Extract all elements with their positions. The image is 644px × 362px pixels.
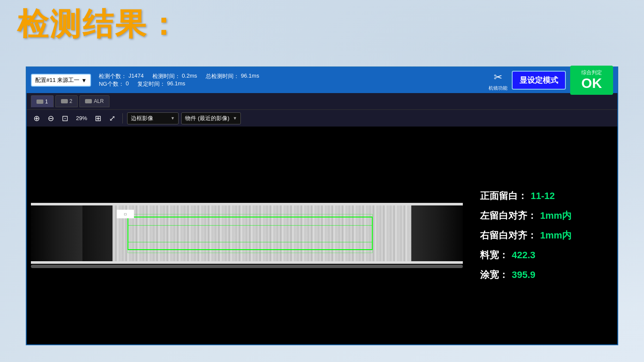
view-mode-label: 边框影像 bbox=[131, 115, 153, 122]
station-dropdown-arrow[interactable]: ▼ bbox=[81, 77, 87, 84]
stat-right-align-label: 右留白对齐： bbox=[480, 229, 537, 242]
stop-button[interactable]: ✂ 机镜功能 bbox=[489, 69, 507, 91]
ok-status-button[interactable]: 综合判定 OK bbox=[570, 66, 613, 95]
settings-button[interactable]: 显设定模式 bbox=[512, 71, 566, 90]
stat-ng-value: 0 bbox=[126, 80, 129, 88]
stat-left-align-label: 左留白对齐： bbox=[480, 209, 537, 222]
scan-container: □ bbox=[31, 203, 463, 264]
object-mode-label: 物件 (最近的影像) bbox=[185, 115, 229, 122]
stat-count-value: J1474 bbox=[128, 72, 143, 80]
stat-recheck-label: 复定时间： bbox=[137, 80, 165, 88]
toolbar: ⊕ ⊖ ⊡ 29% ⊞ ⤢ 边框影像 ▼ 物件 (最近的影像) ▼ bbox=[27, 109, 617, 127]
zoom-in-button[interactable]: ⊕ bbox=[31, 113, 43, 124]
tab-alr-icon bbox=[85, 99, 92, 103]
stat-coat-width-value: 395.9 bbox=[512, 269, 535, 281]
scrollbar-thumb[interactable] bbox=[31, 265, 463, 268]
stat-coat-width-label: 涂宽： bbox=[480, 268, 508, 281]
tab-1-icon bbox=[36, 100, 43, 104]
stat-time-label: 检测时间： bbox=[152, 72, 180, 80]
zoom-value: 29% bbox=[73, 115, 90, 121]
position-indicator: □ bbox=[117, 210, 134, 218]
stat-count-label: 检测个数： bbox=[99, 72, 127, 80]
toolbar-separator bbox=[122, 113, 123, 124]
stat-recheck-value: 96.1ms bbox=[167, 80, 185, 88]
ok-label: OK bbox=[581, 75, 602, 91]
header-right: ✂ 机镜功能 显设定模式 综合判定 OK bbox=[489, 66, 613, 95]
position-value: □ bbox=[125, 212, 127, 216]
scan-image: □ bbox=[31, 205, 463, 261]
view-mode-arrow: ▼ bbox=[170, 116, 175, 121]
green-rect-inner bbox=[128, 214, 373, 253]
stat-total-time-label: 总检测时间： bbox=[206, 72, 239, 80]
fit-button[interactable]: ⊡ bbox=[59, 113, 71, 124]
scan-dark-left2 bbox=[82, 205, 112, 261]
stat-front-margin: 正面留白： 11-12 bbox=[480, 190, 609, 202]
station-selector[interactable]: 配置#11 来源工一 ▼ bbox=[31, 74, 91, 87]
zoom-out-icon: ⊖ bbox=[48, 114, 54, 123]
grid-button[interactable]: ⊞ bbox=[92, 113, 104, 124]
scissors-icon: ✂ bbox=[490, 69, 506, 85]
title-area: 检测结果： bbox=[17, 9, 180, 39]
tab-bar: 1 2 ALR bbox=[27, 93, 617, 109]
stat-front-margin-label: 正面留白： bbox=[480, 190, 527, 202]
header-bar: 配置#11 来源工一 ▼ 检测个数： J1474 检测时间： 0.2ms 总检测… bbox=[27, 67, 617, 93]
stat-coat-width: 涂宽： 395.9 bbox=[480, 268, 609, 281]
object-mode-dropdown[interactable]: 物件 (最近的影像) ▼ bbox=[181, 112, 241, 124]
stat-time: 检测时间： 0.2ms bbox=[152, 72, 197, 80]
stat-left-align-value: 1mm内 bbox=[540, 209, 571, 222]
stat-right-align: 右留白对齐： 1mm内 bbox=[480, 229, 609, 242]
green-hline-bottom bbox=[128, 242, 373, 242]
main-title: 检测结果： bbox=[17, 9, 180, 39]
tab-alr-label: ALR bbox=[94, 98, 103, 104]
stat-total-time: 总检测时间： 96.1ms bbox=[206, 72, 259, 80]
tab-2-icon bbox=[61, 99, 68, 103]
tab-2-label: 2 bbox=[70, 98, 73, 104]
horizontal-scrollbar[interactable] bbox=[31, 265, 463, 268]
stat-total-time-value: 96.1ms bbox=[241, 72, 259, 80]
stat-left-align: 左留白对齐： 1mm内 bbox=[480, 209, 609, 222]
expand-icon: ⤢ bbox=[109, 114, 115, 123]
tab-1[interactable]: 1 bbox=[31, 95, 54, 107]
content-area: □ 正面留白： 11-12 左留白对齐： 1mm内 bbox=[27, 127, 617, 344]
view-mode-dropdown[interactable]: 边框影像 ▼ bbox=[127, 112, 179, 124]
stat-ng: NG个数： 0 bbox=[99, 80, 129, 88]
stat-material-width-value: 422.3 bbox=[512, 250, 535, 261]
zoom-out-button[interactable]: ⊖ bbox=[45, 113, 57, 124]
scan-bottom-bar bbox=[31, 261, 463, 264]
scan-light-area: □ bbox=[112, 205, 411, 261]
stat-ng-label: NG个数： bbox=[99, 80, 124, 88]
tab-1-label: 1 bbox=[45, 99, 48, 105]
scan-dark-right bbox=[411, 205, 463, 261]
fit-icon: ⊡ bbox=[62, 114, 68, 123]
stat-time-value: 0.2ms bbox=[182, 72, 197, 80]
expand-button[interactable]: ⤢ bbox=[106, 113, 118, 124]
header-stats: 检测个数： J1474 检测时间： 0.2ms 总检测时间： 96.1ms NG… bbox=[99, 72, 485, 88]
green-hline-top bbox=[128, 225, 373, 226]
grid-icon: ⊞ bbox=[95, 114, 101, 123]
stat-recheck-time: 复定时间： 96.1ms bbox=[137, 80, 185, 88]
stat-count: 检测个数： J1474 bbox=[99, 72, 143, 80]
header-stats-row1: 检测个数： J1474 检测时间： 0.2ms 总检测时间： 96.1ms bbox=[99, 72, 485, 80]
image-panel: □ bbox=[27, 127, 467, 344]
stat-right-align-value: 1mm内 bbox=[540, 229, 571, 242]
station-label: 配置#11 来源工一 bbox=[35, 76, 79, 84]
tab-2[interactable]: 2 bbox=[55, 95, 78, 107]
stat-material-width: 料宽： 422.3 bbox=[480, 249, 609, 262]
stats-panel: 正面留白： 11-12 左留白对齐： 1mm内 右留白对齐： 1mm内 料宽： … bbox=[467, 127, 617, 344]
scan-dark-left bbox=[31, 205, 82, 261]
app-window: 配置#11 来源工一 ▼ 检测个数： J1474 检测时间： 0.2ms 总检测… bbox=[26, 66, 618, 345]
stat-front-margin-value: 11-12 bbox=[531, 190, 555, 202]
header-stats-row2: NG个数： 0 复定时间： 96.1ms bbox=[99, 80, 485, 88]
zoom-in-icon: ⊕ bbox=[33, 114, 40, 123]
object-mode-arrow: ▼ bbox=[233, 116, 237, 121]
stop-label: 机镜功能 bbox=[489, 85, 507, 91]
tab-alr[interactable]: ALR bbox=[79, 95, 109, 107]
stat-material-width-label: 料宽： bbox=[480, 249, 508, 262]
